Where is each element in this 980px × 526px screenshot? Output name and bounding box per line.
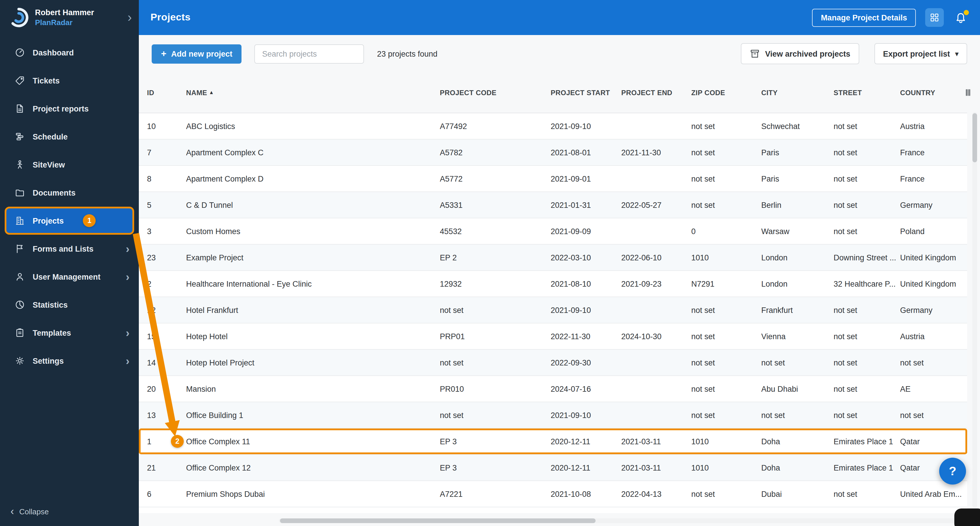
table-row[interactable]: 10ABC LogisticsA774922021-09-10not setSc… — [139, 113, 967, 140]
sidebar-item-settings[interactable]: Settings› — [0, 347, 139, 375]
vertical-scrollbar-thumb[interactable] — [972, 113, 977, 162]
column-label: STREET — [834, 88, 862, 97]
table-row[interactable]: 8Apartment Complex DA57722021-09-01not s… — [139, 166, 967, 192]
table-row[interactable]: 23Example ProjectEP 22022-03-102022-06-1… — [139, 245, 967, 271]
column-header-city[interactable]: CITY — [761, 88, 834, 97]
cell-project-start: 2021-10-08 — [550, 489, 621, 498]
chevron-right-icon: › — [127, 10, 132, 25]
view-archived-projects-button[interactable]: View archived projects — [741, 43, 859, 64]
toolbar: + Add new project 23 projects found View… — [139, 35, 980, 72]
column-settings-button[interactable] — [962, 86, 974, 99]
cell-name: ABC Logistics — [186, 122, 440, 131]
sidebar-item-label: User Management — [33, 273, 100, 281]
export-project-list-button[interactable]: Export project list ▾ — [874, 43, 967, 64]
column-label: ID — [147, 88, 154, 97]
table-row[interactable]: 7Apartment Complex CA57822021-08-012021-… — [139, 140, 967, 166]
apps-button[interactable] — [925, 8, 944, 27]
user-management-icon — [14, 271, 25, 282]
column-header-project-code[interactable]: PROJECT CODE — [440, 88, 550, 97]
table-row[interactable]: 5C & D TunnelA53312021-01-312022-05-27no… — [139, 192, 967, 218]
cell-name: C & D Tunnel — [186, 201, 440, 209]
sidebar-item-dashboard[interactable]: Dashboard — [0, 38, 139, 67]
sidebar-item-schedule[interactable]: Schedule — [0, 123, 139, 151]
help-button[interactable]: ? — [939, 458, 966, 485]
cell-name: Example Project — [186, 253, 440, 262]
cell-country: not set — [900, 411, 967, 419]
cell-zip-code: not set — [691, 201, 761, 209]
sort-asc-icon: ▴ — [210, 89, 213, 95]
cell-zip-code: not set — [691, 332, 761, 341]
column-label: ZIP CODE — [691, 88, 725, 97]
table-row[interactable]: 15Hotep HotelPRP012022-11-302024-10-30no… — [139, 324, 967, 350]
brand-name: PlanRadar — [35, 18, 94, 27]
documents-icon — [14, 187, 25, 198]
cell-project-code: EP 2 — [440, 253, 550, 262]
cell-country: United Arab Em... — [900, 489, 967, 498]
cell-country: Qatar — [900, 437, 967, 446]
sidebar-item-siteview[interactable]: SiteView — [0, 151, 139, 179]
sidebar-item-documents[interactable]: Documents — [0, 179, 139, 207]
column-header-id[interactable]: ID — [147, 88, 186, 97]
cell-city: not set — [761, 358, 834, 367]
search-input[interactable] — [255, 44, 364, 63]
cell-project-code: A7221 — [440, 489, 550, 498]
cell-zip-code: not set — [691, 174, 761, 183]
table-row[interactable]: 13Office Building 1not set2021-09-10not … — [139, 402, 967, 429]
horizontal-scrollbar[interactable] — [279, 518, 965, 523]
sidebar-item-templates[interactable]: Templates› — [0, 319, 139, 347]
settings-icon — [14, 355, 25, 366]
column-header-country[interactable]: COUNTRY — [900, 88, 967, 97]
sidebar-item-project-reports[interactable]: Project reports — [0, 94, 139, 123]
cell-city: Paris — [761, 148, 834, 157]
column-label: COUNTRY — [900, 88, 935, 97]
sidebar-nav: DashboardTicketsProject reportsScheduleS… — [0, 38, 139, 375]
chevron-right-icon: › — [126, 243, 129, 254]
cell-project-end: 2021-09-23 — [621, 279, 691, 288]
collapse-label: Collapse — [19, 507, 49, 516]
notifications-button[interactable] — [953, 10, 968, 25]
sidebar-item-label: Schedule — [33, 132, 68, 141]
forms-and-lists-icon — [14, 244, 25, 254]
user-name: Robert Hammer — [35, 8, 94, 17]
user-profile[interactable]: Robert Hammer PlanRadar › — [0, 0, 139, 35]
horizontal-scrollbar-thumb[interactable] — [280, 518, 596, 523]
table-row[interactable]: 20MansionPR0102024-07-16not setAbu Dhabi… — [139, 376, 967, 402]
sidebar-item-user-management[interactable]: User Management› — [0, 263, 139, 291]
cell-zip-code: 1010 — [691, 253, 761, 262]
sidebar-item-statistics[interactable]: Statistics — [0, 291, 139, 319]
cell-zip-code: not set — [691, 148, 761, 157]
cell-id: 20 — [147, 384, 186, 393]
table-row[interactable]: 6Premium Shops DubaiA72212021-10-082022-… — [139, 481, 967, 507]
sidebar-item-projects[interactable]: Projects1 — [5, 207, 134, 235]
templates-icon — [14, 327, 25, 338]
sidebar-item-forms-and-lists[interactable]: Forms and Lists› — [0, 235, 139, 263]
cell-street: not set — [834, 332, 900, 341]
manage-project-details-button[interactable]: Manage Project Details — [812, 8, 916, 27]
plus-icon: + — [161, 49, 167, 58]
cell-country: Austria — [900, 332, 967, 341]
column-header-street[interactable]: STREET — [834, 88, 900, 97]
column-header-project-start[interactable]: PROJECT START — [550, 88, 621, 97]
table-row[interactable]: 2Healthcare International - Eye Clinic12… — [139, 271, 967, 297]
column-header-project-end[interactable]: PROJECT END — [621, 88, 691, 97]
cell-street: not set — [834, 489, 900, 498]
add-new-project-button[interactable]: + Add new project — [152, 44, 242, 63]
column-header-zip-code[interactable]: ZIP CODE — [691, 88, 761, 97]
cell-id: 23 — [147, 253, 186, 262]
cell-city: Vienna — [761, 332, 834, 341]
sidebar-item-label: Templates — [33, 328, 71, 337]
table-row[interactable]: 3Custom Homes455322021-09-090Warsawnot s… — [139, 218, 967, 245]
vertical-scrollbar[interactable] — [972, 112, 977, 508]
table-row[interactable]: 21Office Complex 12EP 32020-12-112021-03… — [139, 455, 967, 481]
sidebar-item-tickets[interactable]: Tickets — [0, 67, 139, 94]
table-row[interactable]: 14Hotep Hotel Projectnot set2022-09-30no… — [139, 350, 967, 376]
cell-project-end: 2021-03-11 — [621, 463, 691, 472]
table-row[interactable]: 12Hotel Frankfurtnot set2021-09-10not se… — [139, 297, 967, 324]
cell-country: Germany — [900, 306, 967, 314]
table-row-highlighted[interactable]: 1Office Complex 11EP 32020-12-112021-03-… — [139, 429, 967, 455]
project-reports-icon — [14, 103, 25, 114]
collapse-button[interactable]: ‹ Collapse — [0, 497, 139, 526]
cell-zip-code: not set — [691, 411, 761, 419]
column-header-name[interactable]: NAME▴ — [186, 88, 440, 97]
sidebar-item-label: Documents — [33, 188, 76, 197]
